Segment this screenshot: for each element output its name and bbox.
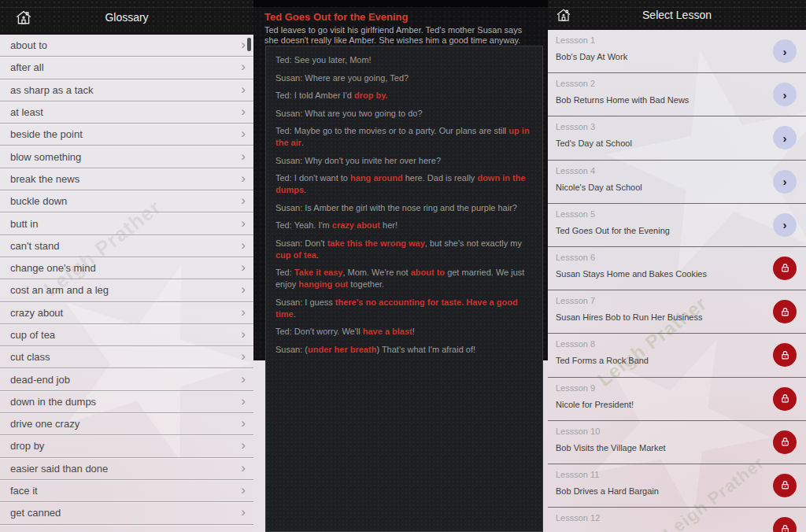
glossary-panel: Glossary about to›after all›as sharp as … <box>0 0 253 532</box>
lesson-title: Ted Forms a Rock Band <box>556 356 795 365</box>
lesson-row[interactable]: Lessson 8Ted Forms a Rock Band <box>548 334 806 377</box>
lesson-row[interactable]: Lessson 9Nicole for President! <box>548 378 806 421</box>
idiom-highlight: Take it easy <box>294 268 343 277</box>
lesson-row[interactable]: Lessson 11Bob Drives a Hard Bargain <box>548 464 806 508</box>
glossary-list-item[interactable]: at least› <box>0 102 253 124</box>
glossary-item-label: down in the dumps <box>10 396 241 408</box>
lesson-title: Nicole for President! <box>556 400 795 409</box>
lesson-open-button[interactable]: › <box>773 213 797 237</box>
dialogue-text: . <box>304 185 306 194</box>
glossary-list-item[interactable]: change one's mind› <box>0 257 253 279</box>
chevron-right-icon: › <box>241 483 246 497</box>
glossary-list-item[interactable]: cut class› <box>0 346 253 368</box>
glossary-list-item[interactable]: can't stand› <box>0 235 253 257</box>
lesson-open-button[interactable]: › <box>773 39 797 63</box>
glossary-item-label: get canned <box>10 507 241 519</box>
dialogue-line: Ted: Yeah. I'm crazy about her! <box>275 220 533 231</box>
glossary-item-label: after all <box>10 61 241 73</box>
chevron-right-icon: › <box>241 372 246 386</box>
glossary-list-item[interactable]: › <box>0 525 253 532</box>
glossary-list-item[interactable]: butt in› <box>0 212 253 235</box>
glossary-item-label: beside the point <box>10 128 241 140</box>
glossary-item-label: drop by <box>10 440 241 452</box>
lesson-row[interactable]: Lessson 4Nicole's Day at School› <box>548 161 806 204</box>
dialogue-text: . <box>316 250 319 260</box>
chevron-right-icon: › <box>241 283 246 296</box>
lesson-open-button[interactable]: › <box>773 170 797 194</box>
lesson-locked-button[interactable] <box>773 430 797 454</box>
glossary-list-item[interactable]: easier said than done› <box>0 458 253 480</box>
idiom-highlight: hanging out <box>298 279 348 289</box>
glossary-list-item[interactable]: blow something› <box>0 146 253 168</box>
home-icon <box>15 9 32 26</box>
glossary-list-item[interactable]: crazy about› <box>0 302 253 324</box>
glossary-item-label: about to <box>10 39 241 51</box>
dialogue-text: Susan: What are you two going to do? <box>275 109 423 118</box>
dialogue-text: Ted: <box>275 268 294 277</box>
home-button[interactable] <box>554 6 573 24</box>
idiom-highlight: crazy about <box>332 220 380 230</box>
chevron-right-icon: › <box>241 528 246 532</box>
glossary-item-label: as sharp as a tack <box>10 84 241 96</box>
dialogue-line: Ted: Take it easy, Mom. We're not about … <box>275 267 533 290</box>
chevron-right-icon: › <box>783 218 787 231</box>
lesson-row[interactable]: Lessson 6Susan Stays Home and Bakes Cook… <box>548 247 806 290</box>
glossary-list-item[interactable]: as sharp as a tack› <box>0 79 253 102</box>
dialogue-text: Susan: Don't <box>275 238 327 248</box>
glossary-list-item[interactable]: about to› <box>0 35 253 57</box>
glossary-list-item[interactable]: cost an arm and a leg› <box>0 279 253 301</box>
dialogue-text: Ted: I don't want to <box>275 173 350 183</box>
chevron-right-icon: › <box>241 394 246 408</box>
lesson-locked-button[interactable] <box>773 257 797 280</box>
glossary-list-item[interactable]: dead-end job› <box>0 368 253 390</box>
glossary-list-item[interactable]: buckle down› <box>0 190 253 212</box>
lesson-open-button[interactable]: › <box>773 83 797 106</box>
lesson-row[interactable]: Lessson 1Bob's Day At Work› <box>548 30 806 73</box>
dialogue-line: Ted: Don't worry. We'll have a blast! <box>275 326 533 338</box>
lesson-title: Nicole's Day at School <box>556 183 795 192</box>
lesson-locked-button[interactable] <box>773 300 797 323</box>
chevron-right-icon: › <box>241 505 246 519</box>
glossary-list-item[interactable]: break the news› <box>0 168 253 190</box>
dialogue-text: her! <box>380 220 397 230</box>
lock-icon <box>780 263 790 273</box>
dialogue-text: , Mom. We're not <box>342 268 410 277</box>
select-lesson-panel: Select Lesson Lessson 1Bob's Day At Work… <box>548 0 806 532</box>
glossary-list-item[interactable]: down in the dumps› <box>0 391 253 413</box>
dialogue-line: Susan: Is Amber the girl with the nose r… <box>275 202 533 214</box>
lesson-number: Lessson 12 <box>556 513 795 523</box>
home-button[interactable] <box>14 8 33 27</box>
lesson-list: Lessson 1Bob's Day At Work›Lessson 2Bob … <box>548 30 806 532</box>
dialogue-line: Susan: Why don't you invite her over her… <box>275 155 533 167</box>
lesson-locked-button[interactable] <box>773 474 797 497</box>
home-icon <box>556 7 571 23</box>
glossary-item-label: cut class <box>10 351 241 363</box>
lesson-number: Lessson 5 <box>556 209 795 219</box>
lesson-row[interactable]: Lessson 2Bob Returns Home with Bad News› <box>548 73 806 116</box>
dialogue-text: Susan: Why don't you invite her over her… <box>275 156 441 165</box>
glossary-list-item[interactable]: face it› <box>0 480 253 502</box>
glossary-list-item[interactable]: beside the point› <box>0 124 253 146</box>
lesson-row[interactable]: Lessson 12 <box>548 508 806 532</box>
lesson-number: Lessson 4 <box>556 166 795 175</box>
dialogue-line: Susan: Don't take this the wrong way, bu… <box>275 238 533 261</box>
dialogue-top-strip <box>253 0 548 7</box>
lesson-number: Lessson 11 <box>556 470 795 479</box>
dialogue-text: Susan: Is Amber the girl with the nose r… <box>275 203 517 212</box>
chevron-right-icon: › <box>241 172 246 185</box>
chevron-right-icon: › <box>241 83 246 96</box>
glossary-list-item[interactable]: after all› <box>0 57 253 79</box>
glossary-list-item[interactable]: drop by› <box>0 435 253 457</box>
lesson-row[interactable]: Lessson 10Bob Visits the Village Market <box>548 421 806 464</box>
lock-icon <box>780 393 790 404</box>
idiom-highlight: have a blast <box>363 327 412 336</box>
lesson-row[interactable]: Lessson 3Ted's Day at School› <box>548 116 806 160</box>
glossary-scrollbar-thumb[interactable] <box>247 38 251 51</box>
glossary-list-item[interactable]: drive one crazy› <box>0 413 253 435</box>
lesson-row[interactable]: Lessson 5Ted Goes Out for the Evening› <box>548 204 806 247</box>
dialogue-line: Susan: I guess there's no accounting for… <box>275 297 533 320</box>
glossary-list-item[interactable]: get canned› <box>0 502 253 524</box>
glossary-list-item[interactable]: cup of tea› <box>0 324 253 346</box>
lesson-row[interactable]: Lessson 7Susan Hires Bob to Run Her Busi… <box>548 290 806 334</box>
lesson-locked-button[interactable] <box>773 387 797 411</box>
